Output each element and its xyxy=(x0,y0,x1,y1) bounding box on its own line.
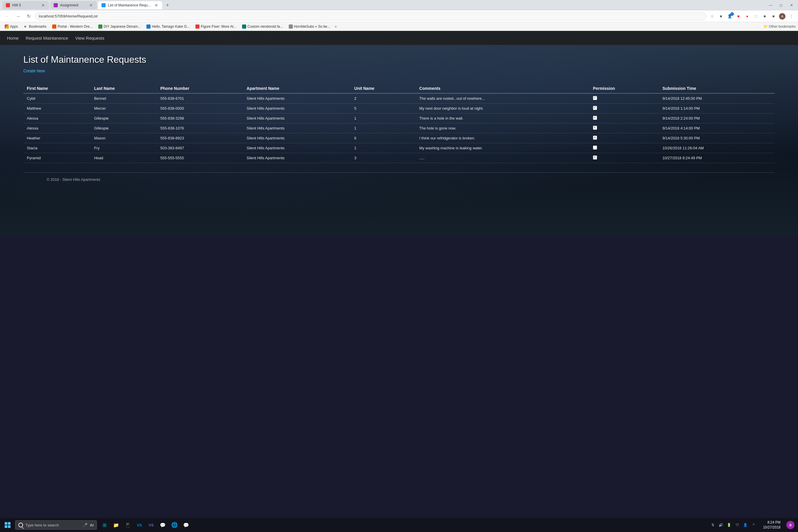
permission-checkbox[interactable] xyxy=(593,126,597,130)
permission-cell xyxy=(589,113,659,124)
extension1-icon[interactable]: ■ xyxy=(761,13,768,20)
address-icons: ☆ ■ 👤 0 ■ ● □ ■ ■ A ⋮ xyxy=(709,13,795,20)
bookmark-horrible-label: HorribleSubs » So be... xyxy=(294,24,330,28)
submission-cell: 10/26/2018 11:26:04 AM xyxy=(659,143,775,153)
col-comments: Comments xyxy=(416,84,590,93)
table-cell: Silent Hills Apartments xyxy=(243,143,351,153)
table-row: CybilBennet555-838-6701Silent Hills Apar… xyxy=(23,93,775,103)
close-button[interactable]: ✕ xyxy=(787,1,796,10)
table-cell: 555-838-0000 xyxy=(157,103,243,113)
table-cell: 555-838-3298 xyxy=(157,113,243,124)
table-cell: Bennet xyxy=(91,93,157,103)
table-cell: 6 xyxy=(350,133,416,143)
menu-icon[interactable]: ⋮ xyxy=(787,13,795,20)
table-cell: 5 xyxy=(350,103,416,113)
create-new-link[interactable]: Create New xyxy=(23,69,45,73)
account-icon[interactable]: 👤 0 xyxy=(726,13,733,20)
permission-cell xyxy=(589,143,659,153)
requests-table: First Name Last Name Phone Number Apartm… xyxy=(23,84,775,163)
table-row: PyramidHead555-555-5555Silent Hills Apar… xyxy=(23,153,775,163)
bookmark-custom-label: Custom nendoroid fa... xyxy=(247,24,283,28)
table-cell: 1 xyxy=(350,113,416,124)
horrible-icon xyxy=(289,24,293,28)
bookmark-tamago-label: Hello, Tamago Kake G... xyxy=(152,24,190,28)
tab-hw5[interactable]: HW 5 ✕ xyxy=(2,1,49,10)
other-bookmarks[interactable]: 📁 Other bookmarks xyxy=(764,24,796,28)
back-button[interactable]: ← xyxy=(3,12,12,20)
bookmark-tamago[interactable]: Hello, Tamago Kake G... xyxy=(144,24,192,29)
submission-cell: 9/14/2018 12:45:00 PM xyxy=(659,93,775,103)
permission-checkbox[interactable] xyxy=(593,155,597,159)
diy-icon xyxy=(98,24,102,28)
table-cell: The walls are rusted...out of nowhere... xyxy=(416,93,590,103)
table-cell: 555-838-6701 xyxy=(157,93,243,103)
footer-text: © 2018 - Silent Hills Apartments xyxy=(47,177,100,182)
nav-view-requests[interactable]: View Requests xyxy=(75,36,104,40)
bookmark-diy-label: DIY Japanese Dioram... xyxy=(103,24,140,28)
table-row: AlessaGillespie555-838-3298Silent Hills … xyxy=(23,113,775,124)
bookmark-star-icon[interactable]: ☆ xyxy=(709,13,716,20)
tab-requestlist[interactable]: List of Maintanence Requests - M ✕ xyxy=(98,1,162,10)
nav-request-maintanence[interactable]: Request Maintanence xyxy=(26,36,68,40)
table-cell: 555-555-5555 xyxy=(157,153,243,163)
permission-checkbox[interactable] xyxy=(593,136,597,140)
bookmark-figure-label: Figure Fixer: More At... xyxy=(201,24,236,28)
table-cell: Silent Hills Apartments xyxy=(243,133,351,143)
forward-button[interactable]: → xyxy=(14,12,22,20)
submission-cell: 9/14/2018 1:14:00 PM xyxy=(659,103,775,113)
maximize-button[interactable]: ◻ xyxy=(777,1,785,10)
submission-cell: 9/14/2018 2:24:00 PM xyxy=(659,113,775,124)
table-cell: 555-838-8923 xyxy=(157,133,243,143)
tab-close-assignment[interactable]: ✕ xyxy=(89,3,93,7)
bookmark-horrible[interactable]: HorribleSubs » So be... xyxy=(286,24,332,29)
adblock-icon[interactable]: ■ xyxy=(735,13,742,20)
table-cell: 2 xyxy=(350,93,416,103)
bookmark-custom[interactable]: Custom nendoroid fa... xyxy=(240,24,285,29)
table-cell: Silent Hills Apartments xyxy=(243,113,351,124)
table-cell: My washing machine is leaking water. xyxy=(416,143,590,153)
bookmark-apps-label: Apps xyxy=(10,24,18,28)
bookmark-portal[interactable]: Portal - Western Ore... xyxy=(50,24,95,29)
refresh-button[interactable]: ↻ xyxy=(24,12,33,20)
extension2-icon[interactable]: ■ xyxy=(770,13,777,20)
tab-assignment[interactable]: Assignment ✕ xyxy=(50,1,97,10)
tab-close-requestlist[interactable]: ✕ xyxy=(154,3,159,7)
permission-checkbox[interactable] xyxy=(593,116,597,120)
bookmark-bookmarks[interactable]: ★ Bookmarks xyxy=(21,24,49,29)
nav-home[interactable]: Home xyxy=(7,36,19,40)
bookmark-diy[interactable]: DIY Japanese Dioram... xyxy=(96,24,143,29)
col-submission: Submission Time xyxy=(659,84,775,93)
minimize-button[interactable]: — xyxy=(766,1,775,10)
table-cell: 3 xyxy=(350,153,416,163)
permission-checkbox[interactable] xyxy=(593,106,597,110)
table-cell: Fry xyxy=(91,143,157,153)
table-cell: Silent Hills Apartments xyxy=(243,124,351,133)
table-cell: There is a hole in the wall. xyxy=(416,113,590,124)
tab-title-requestlist: List of Maintanence Requests - M xyxy=(108,3,152,7)
table-cell: Silent Hills Apartments xyxy=(243,93,351,103)
table-cell: 503-383-8497 xyxy=(157,143,243,153)
permission-checkbox[interactable] xyxy=(593,96,597,100)
col-unit: Unit Name xyxy=(350,84,416,93)
tab-favicon-assignment xyxy=(54,3,58,7)
bookmark-apps[interactable]: Apps xyxy=(2,24,20,29)
col-first-name: First Name xyxy=(23,84,91,93)
table-cell: Stacia xyxy=(23,143,91,153)
chrome-sync-icon[interactable]: □ xyxy=(753,13,760,20)
extensions-icon[interactable]: ■ xyxy=(718,13,724,20)
browser-chrome: HW 5 ✕ Assignment ✕ List of Maintanence … xyxy=(0,0,798,31)
table-cell: Alessa xyxy=(23,124,91,133)
permission-checkbox[interactable] xyxy=(593,146,597,150)
url-bar[interactable]: localhost:57059/Home/RequestList xyxy=(35,12,706,20)
lastpass-icon[interactable]: ● xyxy=(744,13,751,20)
bookmark-figure[interactable]: Figure Fixer: More At... xyxy=(193,24,239,29)
url-text: localhost:57059/Home/RequestList xyxy=(39,14,98,18)
profile-avatar[interactable]: A xyxy=(779,13,786,20)
table-cell: Mason xyxy=(91,133,157,143)
portal-icon xyxy=(52,24,56,28)
tab-close-hw5[interactable]: ✕ xyxy=(41,3,45,7)
new-tab-button[interactable]: + xyxy=(163,1,171,10)
table-cell: Alessa xyxy=(23,113,91,124)
tamago-icon xyxy=(147,24,151,28)
bookmarks-more-button[interactable]: » xyxy=(335,24,337,28)
